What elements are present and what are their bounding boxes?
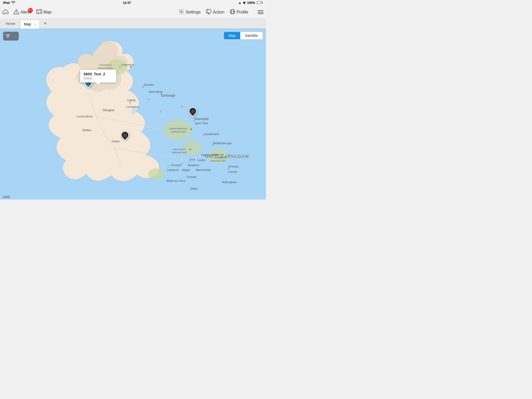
svg-text:Cairngorms: Cairngorms <box>99 63 111 66</box>
tab-map[interactable]: Map × <box>21 20 39 29</box>
settings-nav-item[interactable]: Settings <box>178 9 201 16</box>
chevron-right-icon: › <box>15 34 16 38</box>
popup-title: S600_Test_2 <box>83 72 113 76</box>
tab-add-button[interactable]: + <box>42 21 49 26</box>
device-label: iPad <box>3 1 10 5</box>
map-nav-icon <box>36 9 42 15</box>
svg-point-8 <box>181 11 182 12</box>
svg-point-37 <box>119 66 121 68</box>
svg-point-44 <box>181 106 183 108</box>
alert-badge: 41 <box>28 8 33 13</box>
svg-point-38 <box>142 86 144 88</box>
map-type-map-button[interactable]: Map <box>224 32 240 39</box>
svg-point-41 <box>129 102 131 103</box>
tab-close-button[interactable]: × <box>34 22 36 26</box>
svg-point-42 <box>160 111 162 112</box>
svg-text:Liverpool: Liverpool <box>167 168 179 171</box>
svg-point-20 <box>164 119 192 140</box>
svg-text:Falkirk: Falkirk <box>127 99 136 102</box>
map-background: Inverness Dundee Glenrothes Falkirk Edin… <box>0 29 266 200</box>
popup-arrow <box>96 82 100 85</box>
svg-text:Leeds: Leeds <box>197 158 205 162</box>
svg-text:Sunderland: Sunderland <box>204 132 219 136</box>
svg-text:National Park: National Park <box>172 151 187 154</box>
svg-rect-1 <box>262 2 263 3</box>
svg-text:Newcastle: Newcastle <box>194 117 209 121</box>
status-bar: iPad 12:37 ▲ ✱ 100% <box>0 0 266 6</box>
svg-rect-9 <box>206 9 211 13</box>
svg-text:Middlesbrough: Middlesbrough <box>213 142 232 145</box>
svg-point-4 <box>16 13 17 14</box>
map-nav-label: Map <box>43 10 51 15</box>
bluetooth-icon: ✱ <box>243 1 245 5</box>
marker-newcastle[interactable]: 🎥 <box>189 107 197 117</box>
tab-bar: Home Map × + <box>0 19 266 29</box>
svg-text:▲: ▲ <box>189 147 192 151</box>
map-type-toggle: Map Satellite <box>224 32 263 39</box>
svg-point-22 <box>148 168 164 180</box>
svg-rect-2 <box>257 2 262 4</box>
home-icon <box>3 9 8 15</box>
marker-irish-sea[interactable]: 🎥 <box>121 131 129 141</box>
hamburger-menu[interactable] <box>258 10 263 14</box>
svg-point-53 <box>168 165 169 167</box>
svg-text:Chester: Chester <box>187 175 197 178</box>
svg-text:Northumberland: Northumberland <box>169 127 187 130</box>
svg-point-40 <box>148 98 149 100</box>
battery-label: 100% <box>247 1 255 5</box>
svg-text:Glenrothes: Glenrothes <box>149 90 163 93</box>
alerts-nav-item[interactable]: 41 Alerts <box>14 9 31 15</box>
svg-text:Bradford: Bradford <box>188 164 199 167</box>
home-nav-item[interactable] <box>3 9 8 15</box>
alert-icon <box>14 9 19 15</box>
settings-label: Settings <box>185 10 201 15</box>
map-tab-label: Map <box>24 22 31 26</box>
svg-text:National Park: National Park <box>211 159 225 162</box>
wifi-icon <box>11 1 15 5</box>
map-type-satellite-button[interactable]: Satellite <box>240 32 263 39</box>
svg-text:Wigan: Wigan <box>182 168 190 171</box>
time-display: 12:37 <box>123 1 131 5</box>
svg-text:Lake District: Lake District <box>172 148 186 151</box>
location-icon: ▲ <box>238 1 241 5</box>
popup-status: Online <box>83 77 113 80</box>
svg-text:Dublin: Dublin <box>112 140 120 143</box>
filter-button[interactable]: › <box>3 32 19 41</box>
battery-icon <box>257 1 263 5</box>
svg-text:Grimsby: Grimsby <box>228 165 239 168</box>
action-nav-item[interactable]: Action <box>206 9 224 16</box>
svg-point-45 <box>202 135 204 136</box>
svg-text:Preston: Preston <box>171 164 181 167</box>
profile-nav-item[interactable]: Profile <box>230 9 248 16</box>
svg-text:Derby: Derby <box>190 187 198 190</box>
svg-text:Manchester: Manchester <box>196 168 211 171</box>
svg-text:Stoke-on-Trent: Stoke-on-Trent <box>166 179 185 182</box>
settings-icon <box>178 9 184 16</box>
svg-text:upon Tyne: upon Tyne <box>195 122 208 125</box>
map-nav-item[interactable]: Map <box>36 9 51 15</box>
legal-link[interactable]: Legal <box>3 195 10 198</box>
map-container[interactable]: Inverness Dundee Glenrothes Falkirk Edin… <box>0 29 266 200</box>
svg-text:Edinburgh: Edinburgh <box>161 94 175 97</box>
tab-home[interactable]: Home <box>2 20 19 28</box>
map-popup[interactable]: S600_Test_2 Online <box>80 70 116 83</box>
svg-text:▲: ▲ <box>129 65 132 68</box>
svg-text:▲: ▲ <box>190 127 193 131</box>
action-icon <box>206 9 211 16</box>
svg-text:National Park: National Park <box>98 66 112 69</box>
svg-text:Nottingham: Nottingham <box>222 181 237 184</box>
svg-text:Glasgow: Glasgow <box>102 108 115 112</box>
svg-text:Londonderry: Londonderry <box>77 115 93 118</box>
svg-text:Livingston: Livingston <box>126 105 139 108</box>
profile-label: Profile <box>237 10 248 15</box>
home-tab-label: Home <box>6 22 15 26</box>
svg-text:Dundee: Dundee <box>144 83 154 86</box>
svg-text:York: York <box>190 158 195 161</box>
svg-text:National Park: National Park <box>171 130 185 133</box>
nav-bar: 41 Alerts Map Settings Action Profile <box>0 6 266 19</box>
profile-icon <box>230 9 235 16</box>
filter-icon <box>3 32 12 41</box>
svg-text:UNITED KINGDOM: UNITED KINGDOM <box>205 154 249 159</box>
svg-marker-5 <box>37 9 42 14</box>
filter-arrow-button[interactable]: › <box>12 32 19 41</box>
